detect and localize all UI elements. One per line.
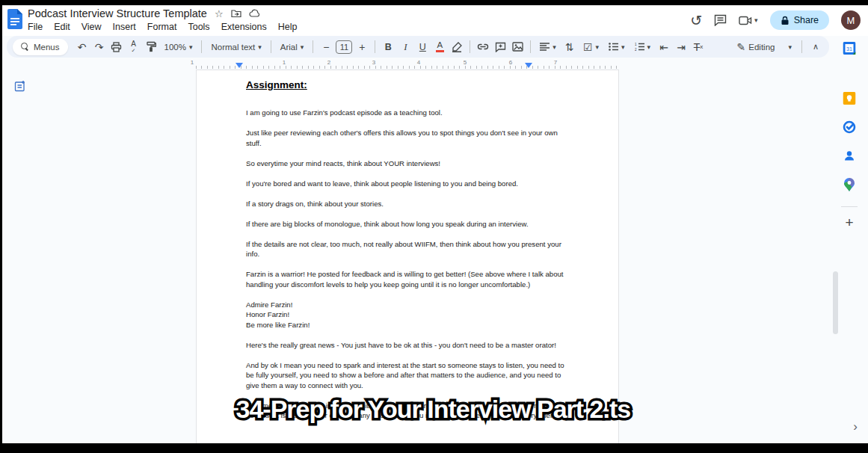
divider bbox=[271, 40, 271, 53]
google-calendar-icon[interactable]: 31 bbox=[843, 42, 856, 55]
insert-image-button[interactable] bbox=[510, 39, 525, 55]
chevron-down-icon: ▾ bbox=[788, 43, 792, 51]
maps-icon[interactable] bbox=[844, 178, 855, 191]
ruler: 11234567 bbox=[2, 58, 834, 70]
svg-text:31: 31 bbox=[846, 46, 852, 52]
avatar[interactable]: M bbox=[841, 10, 861, 30]
paragraph: Just like peer reviewing each other's of… bbox=[246, 128, 569, 148]
increase-indent-button[interactable]: ⇥ bbox=[674, 39, 689, 55]
text-color-swatch bbox=[436, 50, 444, 52]
document-body: I am going to use Farzin's podcast episo… bbox=[246, 108, 569, 421]
paragraph: Admire Farzin! Honor Farzin! Be more lik… bbox=[246, 300, 569, 330]
paragraph: Farzin is a warrior! He posted for feedb… bbox=[246, 269, 569, 289]
pencil-icon: ✎ bbox=[737, 42, 746, 52]
document-page[interactable]: Assignment: I am going to use Farzin's p… bbox=[196, 70, 619, 443]
svg-text:1: 1 bbox=[635, 43, 637, 46]
numbered-list-button[interactable]: 12 ▾ bbox=[631, 39, 655, 55]
chevron-down-icon: ▾ bbox=[595, 43, 599, 51]
ruler-number: 4 bbox=[417, 59, 420, 66]
paragraph: I am going to use Farzin's podcast episo… bbox=[246, 108, 569, 118]
menu-bar: FileEditViewInsertFormatToolsExtensionsH… bbox=[28, 22, 298, 32]
toolbar: Menus ↶ ↷ A ✓ 100% ▾ bbox=[7, 36, 829, 58]
highlight-color-button[interactable] bbox=[449, 39, 464, 55]
spellcheck-button[interactable]: A ✓ bbox=[126, 39, 141, 55]
increase-font-size-button[interactable]: + bbox=[354, 39, 369, 55]
font-select[interactable]: Arial ▾ bbox=[277, 39, 308, 55]
cloud-saved-icon[interactable] bbox=[249, 9, 261, 18]
document-outline-button[interactable] bbox=[14, 80, 26, 92]
ruler-ticks bbox=[196, 66, 619, 69]
menu-item[interactable]: Format bbox=[147, 22, 177, 32]
text-color-button[interactable]: A bbox=[432, 39, 447, 55]
divider bbox=[841, 206, 858, 207]
paragraph: That means you can win interviews initia… bbox=[246, 401, 569, 421]
italic-button[interactable]: I bbox=[398, 39, 413, 55]
divider bbox=[313, 40, 313, 53]
clear-formatting-button[interactable]: Tx bbox=[691, 39, 706, 55]
redo-button[interactable]: ↷ bbox=[92, 39, 107, 55]
chevron-right-icon[interactable]: › bbox=[853, 420, 858, 433]
menu-item[interactable]: Tools bbox=[188, 22, 209, 32]
editing-mode-select[interactable]: ✎ Editing ▾ bbox=[733, 39, 795, 55]
paragraph: So everytime your mind reacts, think abo… bbox=[246, 158, 569, 169]
join-call-button[interactable]: ▾ bbox=[739, 16, 758, 25]
divider bbox=[201, 40, 202, 53]
add-comment-button[interactable] bbox=[493, 39, 508, 55]
chevron-down-icon: ▾ bbox=[621, 43, 625, 51]
search-icon bbox=[21, 43, 29, 51]
undo-button[interactable]: ↶ bbox=[75, 39, 90, 55]
menu-item[interactable]: File bbox=[28, 22, 43, 32]
chevron-down-icon: ▾ bbox=[258, 43, 262, 51]
zoom-select[interactable]: 100% ▾ bbox=[161, 39, 197, 55]
chevron-down-icon: ▾ bbox=[301, 43, 304, 51]
version-history-icon[interactable]: ↺ bbox=[690, 13, 702, 28]
menu-item[interactable]: Insert bbox=[113, 22, 136, 32]
keep-icon[interactable] bbox=[843, 92, 856, 105]
bold-button[interactable]: B bbox=[381, 39, 395, 55]
contacts-icon[interactable] bbox=[843, 150, 856, 162]
side-panel-rail: 31 bbox=[831, 36, 868, 443]
ruler-number: 1 bbox=[191, 59, 194, 66]
tasks-icon[interactable] bbox=[843, 120, 856, 134]
paragraph: If the details are not clear, too much, … bbox=[246, 239, 569, 259]
decrease-font-size-button[interactable]: − bbox=[318, 39, 333, 55]
menu-item[interactable]: View bbox=[81, 22, 102, 32]
chevron-down-icon: ▾ bbox=[552, 43, 556, 51]
star-icon[interactable]: ☆ bbox=[215, 9, 224, 19]
add-addon-button[interactable]: + bbox=[845, 215, 853, 229]
google-docs-logo[interactable] bbox=[7, 9, 22, 29]
chevron-down-icon[interactable]: ▾ bbox=[754, 16, 758, 24]
hide-menus-button[interactable]: ∧ bbox=[808, 39, 823, 55]
print-button[interactable] bbox=[109, 39, 124, 55]
paint-format-button[interactable] bbox=[144, 39, 158, 55]
align-button[interactable]: ▾ bbox=[536, 39, 560, 55]
divider bbox=[530, 40, 531, 53]
menus-search-button[interactable]: Menus bbox=[13, 39, 68, 55]
decrease-indent-button[interactable]: ⇤ bbox=[656, 39, 671, 55]
svg-text:2: 2 bbox=[635, 48, 637, 52]
paragraph: If there are big blocks of monologue, th… bbox=[246, 219, 569, 229]
menu-item[interactable]: Help bbox=[278, 22, 298, 32]
underline-button[interactable]: U bbox=[415, 39, 430, 55]
paragraph: If a story drags on, think about your st… bbox=[246, 199, 569, 209]
divider bbox=[470, 40, 470, 53]
chevron-down-icon: ▾ bbox=[189, 43, 193, 51]
vertical-scrollbar[interactable] bbox=[833, 271, 838, 334]
share-button[interactable]: Share bbox=[770, 10, 829, 30]
menu-item[interactable]: Edit bbox=[54, 22, 70, 32]
share-label: Share bbox=[794, 15, 819, 25]
checklist-button[interactable]: ☑ ▾ bbox=[579, 39, 603, 55]
indent-marker[interactable] bbox=[525, 63, 532, 68]
font-size-input[interactable]: 11 bbox=[336, 40, 352, 54]
bulleted-list-button[interactable]: ▾ bbox=[605, 39, 629, 55]
ruler-number: 5 bbox=[464, 59, 467, 66]
line-spacing-button[interactable]: ⇅ bbox=[562, 39, 577, 55]
paragraph-style-select[interactable]: Normal text ▾ bbox=[207, 39, 265, 55]
insert-link-button[interactable] bbox=[475, 39, 490, 55]
ruler-number: 1 bbox=[283, 59, 286, 66]
comments-icon[interactable] bbox=[714, 14, 727, 26]
document-title[interactable]: Podcast Interview Structure Template bbox=[28, 7, 207, 19]
move-to-folder-icon[interactable] bbox=[231, 9, 241, 18]
indent-marker[interactable] bbox=[236, 63, 243, 68]
menu-item[interactable]: Extensions bbox=[221, 22, 267, 32]
